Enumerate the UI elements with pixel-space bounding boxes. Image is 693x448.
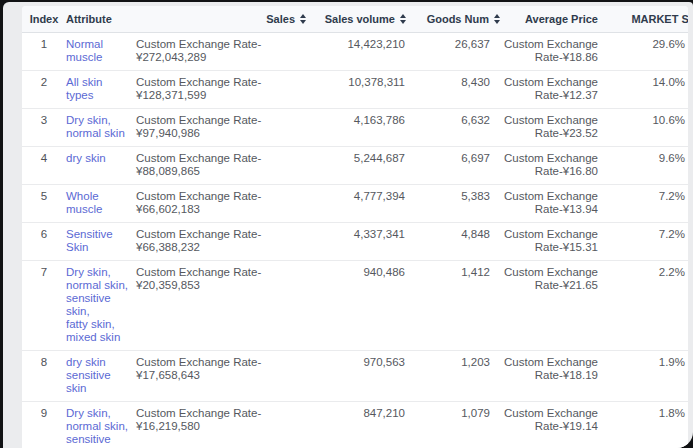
- column-label: Attribute: [66, 13, 112, 25]
- attribute-link[interactable]: Whole muscle: [66, 190, 132, 216]
- table-row: 6 Sensitive Skin Custom Exchange Rate- ¥…: [22, 222, 688, 260]
- market-share-cell: 2.2%: [600, 260, 688, 350]
- row-index: 4: [22, 146, 66, 184]
- row-index: 6: [22, 222, 66, 260]
- attribute-link[interactable]: Sensitive Skin: [66, 228, 132, 254]
- table-header-row: Index Attribute Sales Sales volume Goods…: [22, 6, 688, 32]
- sales-volume-cell: 10,378,311: [308, 70, 408, 108]
- column-header-market-share: MARKET SHARE: [600, 6, 688, 32]
- sales-cell: Custom Exchange Rate- ¥88,089,865: [134, 146, 308, 184]
- column-label: MARKET SHARE: [631, 13, 688, 25]
- sales-volume-cell: 847,210: [308, 401, 408, 448]
- attribute-cell: Whole muscle: [66, 184, 134, 222]
- column-label: Average Price: [525, 13, 598, 25]
- sales-cell: Custom Exchange Rate- ¥20,359,853: [134, 260, 308, 350]
- average-price-cell: Custom Exchange Rate-¥19.14: [502, 401, 600, 448]
- column-label: Goods Num: [427, 13, 489, 25]
- sales-cell: Custom Exchange Rate- ¥97,940,986: [134, 108, 308, 146]
- column-header-average-price: Average Price: [502, 6, 600, 32]
- goods-num-cell: 5,383: [408, 184, 502, 222]
- goods-num-cell: 1,079: [408, 401, 502, 448]
- sort-icon[interactable]: [300, 14, 306, 24]
- goods-num-cell: 26,637: [408, 32, 502, 70]
- row-index: 1: [22, 32, 66, 70]
- attribute-cell: Normal muscle: [66, 32, 134, 70]
- attribute-link[interactable]: dry skin sensitive skin: [66, 356, 132, 395]
- attribute-cell: Dry skin, normal skin, sensitive skin, f…: [66, 260, 134, 350]
- sales-cell: Custom Exchange Rate- ¥128,371,599: [134, 70, 308, 108]
- goods-num-cell: 6,697: [408, 146, 502, 184]
- market-share-cell: 7.2%: [600, 184, 688, 222]
- market-share-cell: 7.2%: [600, 222, 688, 260]
- row-index: 3: [22, 108, 66, 146]
- page-background: Index Attribute Sales Sales volume Goods…: [3, 2, 693, 448]
- column-header-sales-volume[interactable]: Sales volume: [308, 6, 408, 32]
- attribute-cell: dry skin sensitive skin: [66, 350, 134, 401]
- market-share-cell: 1.9%: [600, 350, 688, 401]
- column-label: Sales: [266, 13, 295, 25]
- market-share-cell: 9.6%: [600, 146, 688, 184]
- table-row: 1 Normal muscle Custom Exchange Rate- ¥2…: [22, 32, 688, 70]
- column-label: Index: [30, 13, 59, 25]
- row-index: 9: [22, 401, 66, 448]
- sales-volume-cell: 4,777,394: [308, 184, 408, 222]
- average-price-cell: Custom Exchange Rate-¥21.65: [502, 260, 600, 350]
- attribute-cell: dry skin: [66, 146, 134, 184]
- average-price-cell: Custom Exchange Rate-¥18.19: [502, 350, 600, 401]
- attribute-link[interactable]: Dry skin, normal skin: [66, 114, 125, 140]
- market-share-cell: 1.8%: [600, 401, 688, 448]
- sales-cell: Custom Exchange Rate- ¥16,219,580: [134, 401, 308, 448]
- row-index: 5: [22, 184, 66, 222]
- table-row: 3 Dry skin, normal skin Custom Exchange …: [22, 108, 688, 146]
- column-header-goods-num[interactable]: Goods Num: [408, 6, 502, 32]
- average-price-cell: Custom Exchange Rate-¥15.31: [502, 222, 600, 260]
- row-index: 8: [22, 350, 66, 401]
- goods-num-cell: 1,412: [408, 260, 502, 350]
- sales-volume-cell: 14,423,210: [308, 32, 408, 70]
- goods-num-cell: 1,203: [408, 350, 502, 401]
- column-header-attribute: Attribute: [66, 6, 134, 32]
- average-price-cell: Custom Exchange Rate-¥12.37: [502, 70, 600, 108]
- sort-icon[interactable]: [494, 14, 500, 24]
- sort-icon[interactable]: [400, 14, 406, 24]
- average-price-cell: Custom Exchange Rate-¥16.80: [502, 146, 600, 184]
- column-label: Sales volume: [325, 13, 395, 25]
- table-row: 4 dry skin Custom Exchange Rate- ¥88,089…: [22, 146, 688, 184]
- table-row: 5 Whole muscle Custom Exchange Rate- ¥66…: [22, 184, 688, 222]
- market-share-cell: 14.0%: [600, 70, 688, 108]
- average-price-cell: Custom Exchange Rate-¥18.86: [502, 32, 600, 70]
- table-row: 7 Dry skin, normal skin, sensitive skin,…: [22, 260, 688, 350]
- sales-volume-cell: 4,163,786: [308, 108, 408, 146]
- sales-cell: Custom Exchange Rate- ¥272,043,289: [134, 32, 308, 70]
- sales-volume-cell: 4,337,341: [308, 222, 408, 260]
- average-price-cell: Custom Exchange Rate-¥23.52: [502, 108, 600, 146]
- sales-cell: Custom Exchange Rate- ¥66,602,183: [134, 184, 308, 222]
- average-price-cell: Custom Exchange Rate-¥13.94: [502, 184, 600, 222]
- table-row: 2 All skin types Custom Exchange Rate- ¥…: [22, 70, 688, 108]
- column-header-index: Index: [22, 6, 66, 32]
- attribute-table: Index Attribute Sales Sales volume Goods…: [22, 6, 688, 448]
- attribute-link[interactable]: Dry skin, normal skin, sensitive skin: [66, 407, 132, 448]
- sales-volume-cell: 5,244,687: [308, 146, 408, 184]
- attribute-cell: Dry skin, normal skin, sensitive skin: [66, 401, 134, 448]
- market-share-cell: 10.6%: [600, 108, 688, 146]
- market-share-cell: 29.6%: [600, 32, 688, 70]
- attribute-link[interactable]: All skin types: [66, 76, 132, 102]
- sales-volume-cell: 970,563: [308, 350, 408, 401]
- attribute-link[interactable]: Normal muscle: [66, 38, 103, 64]
- table-card: Index Attribute Sales Sales volume Goods…: [22, 6, 688, 448]
- row-index: 2: [22, 70, 66, 108]
- table-row: 9 Dry skin, normal skin, sensitive skin …: [22, 401, 688, 448]
- goods-num-cell: 4,848: [408, 222, 502, 260]
- goods-num-cell: 8,430: [408, 70, 502, 108]
- attribute-link[interactable]: dry skin: [66, 152, 106, 165]
- attribute-cell: All skin types: [66, 70, 134, 108]
- attribute-link[interactable]: Dry skin, normal skin, sensitive skin, f…: [66, 266, 132, 344]
- sales-volume-cell: 940,486: [308, 260, 408, 350]
- row-index: 7: [22, 260, 66, 350]
- sales-cell: Custom Exchange Rate- ¥66,388,232: [134, 222, 308, 260]
- column-header-sales[interactable]: Sales: [134, 6, 308, 32]
- sales-cell: Custom Exchange Rate- ¥17,658,643: [134, 350, 308, 401]
- attribute-cell: Dry skin, normal skin: [66, 108, 134, 146]
- attribute-cell: Sensitive Skin: [66, 222, 134, 260]
